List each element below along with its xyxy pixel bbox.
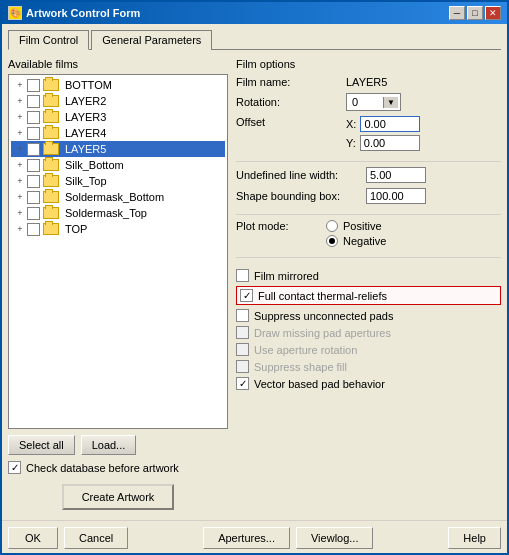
shape-bounding-box-input[interactable] — [366, 188, 426, 204]
rotation-row: Rotation: 0 ▼ — [236, 93, 501, 111]
right-bottom-buttons: Apertures... Viewlog... — [203, 527, 373, 549]
folder-icon-soldermask-top — [43, 207, 59, 219]
expand-icon-layer2[interactable]: + — [13, 94, 27, 108]
expand-icon-soldermask-bottom[interactable]: + — [13, 190, 27, 204]
folder-icon-layer4 — [43, 127, 59, 139]
film-item-soldermask-top[interactable]: +Soldermask_Top — [11, 205, 225, 221]
suppress-unconnected-row: Suppress unconnected pads — [236, 309, 501, 322]
film-item-layer5[interactable]: +LAYER5 — [11, 141, 225, 157]
create-artwork-container: Create Artwork — [8, 484, 228, 510]
film-mirrored-checkbox[interactable] — [236, 269, 249, 282]
apertures-button[interactable]: Apertures... — [203, 527, 290, 549]
film-item-soldermask-bottom[interactable]: +Soldermask_Bottom — [11, 189, 225, 205]
viewlog-button[interactable]: Viewlog... — [296, 527, 374, 549]
film-label-bottom: BOTTOM — [65, 79, 112, 91]
close-button[interactable]: ✕ — [485, 6, 501, 20]
titlebar-left: 🎨 Artwork Control Form — [8, 6, 140, 20]
suppress-shape-checkbox — [236, 360, 249, 373]
shape-bounding-box-row: Shape bounding box: — [236, 188, 501, 204]
film-label-layer4: LAYER4 — [65, 127, 106, 139]
offset-y-input[interactable] — [360, 135, 420, 151]
folder-icon-layer5 — [43, 143, 59, 155]
rotation-select[interactable]: 0 ▼ — [346, 93, 401, 111]
offset-x-input[interactable] — [360, 116, 420, 132]
folder-icon-top — [43, 223, 59, 235]
maximize-button[interactable]: □ — [467, 6, 483, 20]
plot-positive-row: Positive — [326, 220, 386, 232]
plot-mode-radio-group: Positive Negative — [326, 220, 386, 247]
check-database-checkbox[interactable] — [8, 461, 21, 474]
film-list[interactable]: +BOTTOM+LAYER2+LAYER3+LAYER4+LAYER5+Silk… — [8, 74, 228, 429]
use-aperture-label: Use aperture rotation — [254, 344, 357, 356]
titlebar-buttons: ─ □ ✕ — [449, 6, 501, 20]
offset-y-row: Y: — [346, 135, 420, 151]
expand-icon-soldermask-top[interactable]: + — [13, 206, 27, 220]
film-item-layer3[interactable]: +LAYER3 — [11, 109, 225, 125]
expand-icon-layer5[interactable]: + — [13, 142, 27, 156]
help-button[interactable]: Help — [448, 527, 501, 549]
film-item-layer4[interactable]: +LAYER4 — [11, 125, 225, 141]
expand-icon-silk-top[interactable]: + — [13, 174, 27, 188]
plot-positive-radio[interactable] — [326, 220, 338, 232]
film-item-layer2[interactable]: +LAYER2 — [11, 93, 225, 109]
film-label-silk-bottom: Silk_Bottom — [65, 159, 124, 171]
select-all-button[interactable]: Select all — [8, 435, 75, 455]
ok-button[interactable]: OK — [8, 527, 58, 549]
rotation-label: Rotation: — [236, 96, 346, 108]
folder-icon-silk-bottom — [43, 159, 59, 171]
minimize-button[interactable]: ─ — [449, 6, 465, 20]
film-checkbox-layer3[interactable] — [27, 111, 40, 124]
load-button[interactable]: Load... — [81, 435, 137, 455]
tab-bar: Film Control General Parameters — [8, 30, 501, 50]
film-checkbox-layer2[interactable] — [27, 95, 40, 108]
left-bottom-buttons: OK Cancel — [8, 527, 128, 549]
options-checkbox-group: Film mirrored Full contact thermal-relie… — [236, 269, 501, 390]
film-checkbox-silk-top[interactable] — [27, 175, 40, 188]
draw-missing-row: Draw missing pad apertures — [236, 326, 501, 339]
folder-icon-layer3 — [43, 111, 59, 123]
film-checkbox-soldermask-bottom[interactable] — [27, 191, 40, 204]
create-artwork-button[interactable]: Create Artwork — [62, 484, 175, 510]
full-contact-row: Full contact thermal-reliefs — [236, 286, 501, 305]
offset-x-row: X: — [346, 116, 420, 132]
film-item-top[interactable]: +TOP — [11, 221, 225, 237]
film-label-layer2: LAYER2 — [65, 95, 106, 107]
plot-positive-label: Positive — [343, 220, 382, 232]
draw-missing-checkbox — [236, 326, 249, 339]
cancel-button[interactable]: Cancel — [64, 527, 128, 549]
plot-negative-radio[interactable] — [326, 235, 338, 247]
titlebar: 🎨 Artwork Control Form ─ □ ✕ — [2, 2, 507, 24]
main-area: Available films +BOTTOM+LAYER2+LAYER3+LA… — [8, 58, 501, 510]
film-item-silk-bottom[interactable]: +Silk_Bottom — [11, 157, 225, 173]
vector-based-checkbox[interactable] — [236, 377, 249, 390]
tab-general-parameters[interactable]: General Parameters — [91, 30, 212, 50]
expand-icon-layer4[interactable]: + — [13, 126, 27, 140]
full-contact-checkbox[interactable] — [240, 289, 253, 302]
film-item-silk-top[interactable]: +Silk_Top — [11, 173, 225, 189]
film-item-bottom[interactable]: +BOTTOM — [11, 77, 225, 93]
expand-icon-silk-bottom[interactable]: + — [13, 158, 27, 172]
film-checkbox-bottom[interactable] — [27, 79, 40, 92]
expand-icon-bottom[interactable]: + — [13, 78, 27, 92]
tab-film-control[interactable]: Film Control — [8, 30, 89, 50]
film-mirrored-row: Film mirrored — [236, 269, 501, 282]
expand-icon-layer3[interactable]: + — [13, 110, 27, 124]
film-label-silk-top: Silk_Top — [65, 175, 107, 187]
shape-bounding-box-label: Shape bounding box: — [236, 190, 366, 202]
expand-icon-top[interactable]: + — [13, 222, 27, 236]
film-label-soldermask-bottom: Soldermask_Bottom — [65, 191, 164, 203]
undefined-line-width-input[interactable] — [366, 167, 426, 183]
suppress-unconnected-checkbox[interactable] — [236, 309, 249, 322]
film-name-row: Film name: LAYER5 — [236, 76, 501, 88]
film-name-value: LAYER5 — [346, 76, 387, 88]
film-checkbox-soldermask-top[interactable] — [27, 207, 40, 220]
folder-icon-bottom — [43, 79, 59, 91]
film-checkbox-silk-bottom[interactable] — [27, 159, 40, 172]
plot-negative-label: Negative — [343, 235, 386, 247]
film-checkbox-layer5[interactable] — [27, 143, 40, 156]
rotation-dropdown-icon[interactable]: ▼ — [383, 97, 398, 108]
film-name-label: Film name: — [236, 76, 346, 88]
film-checkbox-layer4[interactable] — [27, 127, 40, 140]
film-checkbox-top[interactable] — [27, 223, 40, 236]
check-database-row: Check database before artwork — [8, 461, 228, 474]
